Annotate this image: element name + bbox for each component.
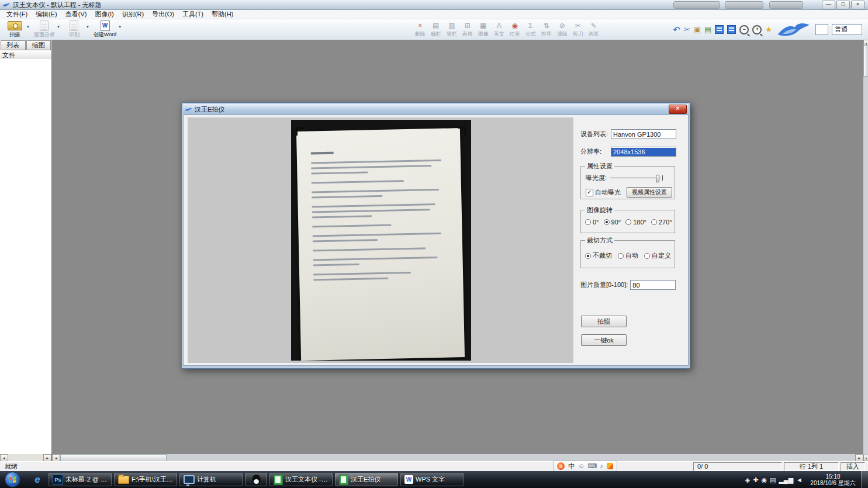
minimize-button[interactable]: — [822,1,835,9]
maximize-button[interactable]: □ [836,1,850,9]
taskbar-button-hanvon-scanner[interactable]: 汉王E拍仪 [335,473,398,486]
star-icon[interactable]: ★ [765,25,772,34]
take-photo-button[interactable]: 拍照 [581,316,627,327]
tool-button[interactable]: ▦ 图像 [475,22,491,38]
tool-button[interactable]: ⊞ 表格 [459,22,475,38]
menu-item[interactable]: 识别(R) [118,10,148,19]
vertical-scrollbar[interactable]: ▲ ▼ [863,40,868,461]
rotate-270-radio[interactable]: 270° [651,219,672,226]
menu-item[interactable]: 图像(I) [91,10,117,19]
chevron-down-icon[interactable]: ▼ [118,25,122,29]
dialog-close-button[interactable]: × [669,105,687,114]
exposure-slider[interactable] [610,178,660,178]
auto-exposure-label[interactable]: 自动曝光 [595,188,621,197]
two-page-layout-icon[interactable] [727,25,736,34]
internet-explorer-icon[interactable]: e [29,474,46,486]
chevron-down-icon[interactable]: ▼ [26,25,30,29]
taskbar-clock[interactable]: 15:18 2018/10/6 星期六 [807,473,859,486]
crop-none-radio[interactable]: 不裁切 [585,251,612,260]
undo-icon[interactable]: ↶ [673,25,680,34]
taskbar-button-computer[interactable]: 计算机 [179,473,243,486]
scroll-down-icon[interactable]: ▼ [863,455,868,461]
dialog-icon [185,106,192,113]
recognize-button[interactable]: 识别 ▼ [64,20,89,39]
start-button[interactable] [5,472,20,487]
menu-item[interactable]: 编辑(E) [32,10,61,19]
tool-button[interactable]: × 删除 [412,22,428,38]
taskbar: e Ps 未标题-2 @ 66.7... F:\手机\汉王护眼... 计算机 汉… [0,471,868,488]
ime-tool-icon[interactable]: ☺ [578,462,585,470]
toolbar: 拍摄 ▼ 版面分析 ▼ 识别 ▼ W [0,19,868,40]
chevron-down-icon[interactable]: ▼ [86,25,89,29]
chevron-down-icon[interactable]: ▼ [57,25,60,29]
taskbar-button-folder[interactable]: F:\手机\汉王护眼... [114,473,177,486]
ime-language-toggle[interactable]: 中 [568,462,575,470]
show-desktop-button[interactable] [861,471,868,488]
ime-tool-icon[interactable]: ⌨ [587,462,597,470]
tray-icon[interactable]: ◈ [745,476,750,484]
taskbar-button-photoshop[interactable]: Ps 未标题-2 @ 66.7... [49,473,112,486]
menu-item[interactable]: 导出(O) [148,10,178,19]
file-list[interactable] [0,59,51,454]
quality-input[interactable] [630,280,676,290]
crop-custom-radio[interactable]: 自定义 [644,251,671,260]
zoom-in-icon[interactable]: + [752,25,762,34]
menu-item[interactable]: 文件(F) [2,10,32,19]
tool-button[interactable]: Σ 公式 [523,22,538,38]
resolution-label: 分辨率: [580,147,601,156]
tray-icon[interactable]: ✚ [753,476,758,484]
tool-button[interactable]: ◉ 红章 [507,22,523,38]
tool-button[interactable]: ⇅ 排序 [538,22,554,38]
sidebar-scrollbar[interactable]: ◄ ► [0,454,51,461]
resolution-dropdown[interactable]: 2048x1536 [611,147,676,157]
rotate-0-radio[interactable]: 0° [585,219,599,226]
sogou-logo-icon[interactable]: S [557,462,565,470]
taskbar-button-hanvon-main[interactable]: 汉王文本仪 - 默... [269,473,333,486]
paste-icon[interactable]: ▤ [704,25,711,34]
menu-item[interactable]: 工具(T) [178,10,208,19]
close-button[interactable]: × [851,1,864,9]
menu-item[interactable]: 帮助(H) [208,10,237,19]
auto-exposure-checkbox[interactable]: ✓ [586,189,593,196]
folder-icon [118,476,129,484]
zoom-out-icon[interactable]: − [739,25,749,34]
tool-icon: A [497,22,502,30]
tool-icon: ✎ [591,22,597,30]
tab-list[interactable]: 列表 [1,40,26,50]
tool-button[interactable]: ✎ 画笔 [586,22,601,38]
taskbar-button-qq[interactable] [245,473,267,486]
rotate-90-radio[interactable]: 90° [604,219,621,226]
page-select-dropdown[interactable] [815,24,828,35]
single-page-layout-icon[interactable] [715,25,724,34]
tool-button[interactable]: ✂ 剪刀 [570,22,586,38]
copy-icon[interactable]: ▣ [694,25,701,34]
dialog-titlebar[interactable]: 汉王E拍仪 × [183,104,689,115]
scrollbar-thumb[interactable] [863,45,868,77]
tray-icon[interactable]: ◉ [761,476,767,484]
mode-dropdown[interactable]: 普通 [832,24,862,35]
menu-item[interactable]: 查看(V) [61,10,91,19]
tray-icon[interactable]: ◄ [796,476,803,484]
crop-auto-radio[interactable]: 自动 [618,251,638,260]
tool-button[interactable]: ⊘ 清除 [554,22,570,38]
tab-thumbnails[interactable]: 缩图 [26,40,51,50]
ime-tool-icon[interactable]: ♪ [600,462,603,470]
one-key-ok-button[interactable]: 一键ok [581,334,627,346]
layout-analysis-button[interactable]: 版面分析 ▼ [34,20,60,39]
cut-icon[interactable]: ✂ [684,25,690,34]
ime-toolbox-icon[interactable] [607,463,613,469]
capture-button[interactable]: 拍摄 ▼ [5,20,30,39]
tray-icon[interactable]: ▂▄▆ [779,476,793,484]
tool-button[interactable]: A 英文 [491,22,507,38]
tray-icon[interactable]: ▤ [770,476,776,484]
window-title: 汉王文本仪 - 默认工程 - 无标题 [13,1,102,9]
video-properties-button[interactable]: 视频属性设置 [627,187,672,198]
tool-button[interactable]: ▤ 横栏 [428,22,444,38]
horizontal-scrollbar[interactable]: ◄ ► [52,454,863,461]
tool-button[interactable]: ▥ 竖栏 [444,22,459,38]
create-word-button[interactable]: W 创建Word ▼ [94,20,122,39]
taskbar-button-wps[interactable]: W WPS 文字 [400,473,464,486]
slider-handle[interactable] [656,175,659,182]
device-dropdown[interactable]: Hanvon GP1300 [611,129,676,139]
rotate-180-radio[interactable]: 180° [625,219,646,226]
